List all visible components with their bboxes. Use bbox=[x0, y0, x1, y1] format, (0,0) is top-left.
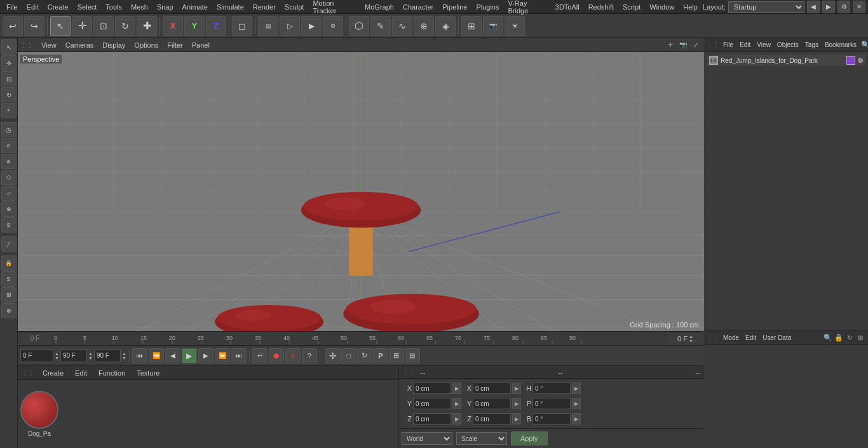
left-tool-16[interactable]: ⊞ bbox=[1, 287, 17, 302]
timeline-ruler[interactable]: 0 F 0 5 10 15 20 25 30 35 40 bbox=[18, 331, 704, 345]
left-tool-11[interactable]: ⊕ bbox=[1, 201, 17, 217]
rotate-tool-button[interactable]: ↻ bbox=[115, 16, 135, 36]
floor-button[interactable]: ⊞ bbox=[461, 16, 482, 36]
end-frame-1-down[interactable]: ▼ bbox=[88, 356, 93, 360]
viewport-menu-cameras[interactable]: Cameras bbox=[62, 40, 97, 50]
x-arrow-1[interactable]: ▶ bbox=[452, 383, 461, 394]
material-item-dog-pa[interactable]: Dog_Pa bbox=[20, 391, 58, 437]
sym-button[interactable]: ◈ bbox=[435, 16, 456, 36]
render-settings-button[interactable]: ⚙ bbox=[323, 16, 343, 36]
left-tool-2[interactable]: ✛ bbox=[1, 55, 17, 71]
menu-help[interactable]: Help bbox=[679, 2, 702, 12]
z-input-1[interactable] bbox=[413, 413, 451, 424]
layout-left-icon[interactable]: ◀ bbox=[807, 1, 820, 13]
om-menu-file[interactable]: File bbox=[721, 40, 736, 50]
h-input[interactable] bbox=[532, 383, 571, 394]
om-menu-tags[interactable]: Tags bbox=[803, 40, 821, 50]
pb-tool-3[interactable]: ↻ bbox=[357, 348, 372, 363]
layout-dropdown[interactable]: Startup bbox=[728, 1, 804, 13]
om-menu-objects[interactable]: Objects bbox=[775, 40, 801, 50]
left-tool-4[interactable]: ↻ bbox=[1, 87, 17, 102]
p-arrow[interactable]: ▶ bbox=[572, 398, 581, 409]
timeline-ticks-container[interactable]: 0 5 10 15 20 25 30 35 40 45 50 55 60 65 bbox=[53, 332, 666, 345]
material-menu-texture[interactable]: Texture bbox=[133, 368, 163, 378]
object-color-swatch[interactable] bbox=[846, 56, 855, 65]
viewport-maximize-icon[interactable]: ⤢ bbox=[690, 39, 702, 51]
end-frame-2-down[interactable]: ▼ bbox=[122, 356, 126, 360]
menu-animate[interactable]: Animate bbox=[179, 2, 212, 12]
playback-end-frame-1[interactable] bbox=[60, 350, 87, 362]
menu-sculpt[interactable]: Sculpt bbox=[281, 2, 308, 12]
z-arrow-1[interactable]: ▶ bbox=[452, 413, 461, 424]
attr-lock-icon[interactable]: 🔒 bbox=[834, 333, 844, 343]
y-arrow-1[interactable]: ▶ bbox=[452, 398, 461, 409]
z-input-2[interactable] bbox=[473, 413, 511, 424]
viewport[interactable]: ⋮⋮ View Cameras Display Options Filter P… bbox=[18, 38, 704, 331]
cube-button[interactable]: ⬡ bbox=[349, 16, 369, 36]
viewport-menu-view[interactable]: View bbox=[38, 40, 60, 50]
material-menu-create[interactable]: Create bbox=[39, 368, 67, 378]
menu-script[interactable]: Script bbox=[619, 2, 644, 12]
menu-edit[interactable]: Edit bbox=[23, 2, 43, 12]
left-tool-17[interactable]: ⊕ bbox=[1, 303, 17, 318]
redo-button[interactable]: ↪ bbox=[24, 16, 44, 36]
left-tool-5[interactable]: ⌖ bbox=[1, 103, 17, 118]
viewport-menu-panel[interactable]: Panel bbox=[189, 40, 213, 50]
camera-button[interactable]: 📷 bbox=[483, 16, 503, 36]
attr-refresh-icon[interactable]: ↻ bbox=[844, 333, 855, 343]
material-menu-function[interactable]: Function bbox=[95, 368, 128, 378]
menu-pipeline[interactable]: Pipeline bbox=[438, 2, 471, 12]
z-arrow-2[interactable]: ▶ bbox=[512, 413, 521, 424]
undo-button[interactable]: ↩ bbox=[3, 16, 23, 36]
menu-plugins[interactable]: Plugins bbox=[472, 2, 503, 12]
menu-motion-tracker[interactable]: Motion Tracker bbox=[309, 0, 360, 16]
menu-redshift[interactable]: Redshift bbox=[585, 2, 618, 12]
render-region-button[interactable]: ▤ bbox=[258, 16, 278, 36]
x-axis-button[interactable]: X bbox=[163, 16, 183, 36]
layout-right-icon[interactable]: ▶ bbox=[822, 1, 835, 13]
pb-tool-6[interactable]: ▤ bbox=[405, 348, 420, 363]
viewport-canvas[interactable]: X Y Z Perspective Grid Spacing : 100 cm bbox=[18, 52, 704, 331]
menu-select[interactable]: Select bbox=[74, 2, 101, 12]
z-axis-button[interactable]: Z bbox=[206, 16, 226, 36]
attr-search-icon[interactable]: 🔍 bbox=[823, 333, 833, 343]
attr-menu-user-data[interactable]: User Data bbox=[760, 333, 794, 343]
end-frame-2-up[interactable]: ▲ bbox=[122, 351, 126, 356]
goto-start-button[interactable]: ⏮ bbox=[132, 348, 147, 363]
end-frame-1-up[interactable]: ▲ bbox=[88, 351, 93, 356]
timeline-frame-up[interactable]: ▲ bbox=[689, 334, 693, 339]
x-arrow-2[interactable]: ▶ bbox=[512, 383, 521, 394]
menu-vray[interactable]: V-Ray Bridge bbox=[504, 0, 550, 16]
attr-menu-mode[interactable]: Mode bbox=[721, 333, 742, 343]
pb-tool-1[interactable]: ✛ bbox=[325, 348, 341, 363]
menu-mograph[interactable]: MoGraph bbox=[361, 2, 398, 12]
help-button[interactable]: ? bbox=[302, 348, 317, 363]
viewport-menu-filter[interactable]: Filter bbox=[164, 40, 186, 50]
menu-window[interactable]: Window bbox=[646, 2, 678, 12]
left-tool-15[interactable]: S bbox=[1, 271, 17, 287]
menu-snap[interactable]: Snap bbox=[153, 2, 177, 12]
menu-character[interactable]: Character bbox=[399, 2, 437, 12]
attr-grid-icon[interactable]: ⊞ bbox=[855, 333, 865, 343]
left-tool-7[interactable]: ⊙ bbox=[1, 138, 17, 153]
start-frame-down[interactable]: ▼ bbox=[55, 356, 59, 360]
record-button[interactable]: ⏺ bbox=[269, 348, 284, 363]
render-view-button[interactable]: ▷ bbox=[280, 16, 300, 36]
move-tool-button[interactable]: ✛ bbox=[72, 16, 92, 36]
object-visibility-dot[interactable] bbox=[858, 58, 863, 63]
om-menu-bookmarks[interactable]: Bookmarks bbox=[822, 40, 859, 50]
object-entry-red-jump[interactable]: LO Red_Jump_Islands_for_Dog_Park bbox=[707, 55, 865, 66]
pb-tool-5[interactable]: ⊞ bbox=[389, 348, 404, 363]
timeline-frame-down[interactable]: ▼ bbox=[689, 339, 693, 343]
viewport-menu-options[interactable]: Options bbox=[131, 40, 161, 50]
step-back-button[interactable]: ◀ bbox=[165, 348, 180, 363]
loop-button[interactable]: ↩ bbox=[252, 348, 268, 363]
left-tool-14[interactable]: 🔒 bbox=[1, 255, 17, 271]
y-axis-button[interactable]: Y bbox=[184, 16, 205, 36]
om-menu-view[interactable]: View bbox=[754, 40, 773, 50]
timeline-frame-arrows[interactable]: ▲ ▼ bbox=[689, 334, 693, 343]
prev-frame-button[interactable]: ⏪ bbox=[149, 348, 164, 363]
left-tool-10[interactable]: ▱ bbox=[1, 186, 17, 201]
object-mode-button[interactable]: ◻ bbox=[232, 16, 252, 36]
scale-select[interactable]: Scale bbox=[456, 432, 507, 445]
